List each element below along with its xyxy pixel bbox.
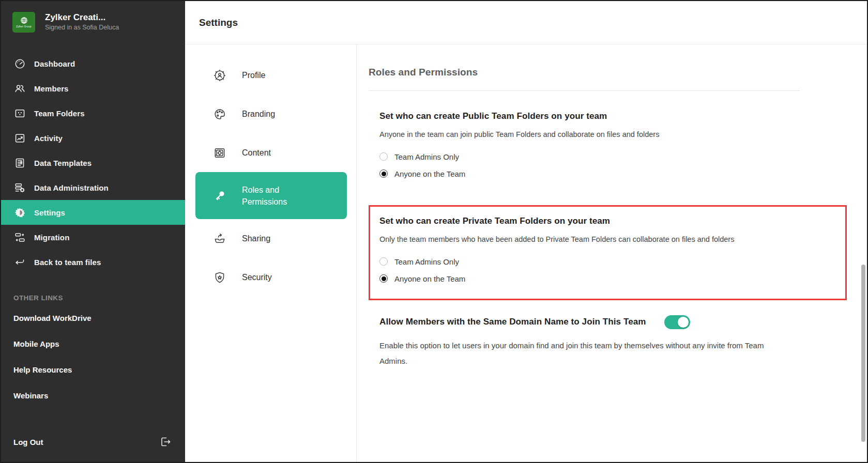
radio-label: Team Admins Only	[394, 257, 459, 266]
sidebar-item-data-templates[interactable]: Data Templates	[1, 150, 185, 175]
logout-icon	[159, 436, 172, 448]
tab-sharing[interactable]: Sharing	[185, 219, 356, 258]
radio-circle[interactable]	[379, 169, 388, 178]
domain-join-toggle[interactable]	[664, 315, 690, 329]
link-mobile-apps[interactable]: Mobile Apps	[1, 331, 185, 357]
vertical-scrollbar-thumb[interactable]	[861, 265, 865, 442]
data-templates-icon	[14, 157, 26, 169]
sidebar-item-migration[interactable]: Migration	[1, 225, 185, 250]
public-folders-title: Set who can create Public Team Folders o…	[379, 111, 607, 122]
private-folders-highlight-box: Set who can create Private Team Folders …	[369, 205, 847, 300]
logout-label: Log Out	[13, 438, 43, 446]
radio-anyone-on-team[interactable]: Anyone on the Team	[379, 274, 845, 283]
toggle-knob	[678, 317, 689, 328]
content-safe-icon	[213, 146, 226, 160]
tab-label: Security	[242, 273, 272, 282]
radio-team-admins-only[interactable]: Team Admins Only	[379, 257, 845, 266]
private-folders-section: Set who can create Private Team Folders …	[379, 215, 845, 283]
workdrive-admin-window: Zylker Group Zylker Creati... Signed in …	[1, 1, 867, 462]
tab-label: Roles and Permissions	[242, 184, 300, 208]
sidebar-item-back-to-team-files[interactable]: Back to team files	[1, 250, 185, 274]
link-download-workdrive[interactable]: Download WorkDrive	[1, 305, 185, 331]
globe-icon	[20, 17, 28, 24]
branding-palette-icon	[213, 107, 226, 121]
private-folders-title: Set who can create Private Team Folders …	[379, 215, 610, 227]
settings-icon	[14, 207, 26, 219]
radio-label: Team Admins Only	[394, 152, 459, 161]
profile-gear-icon	[213, 69, 226, 82]
private-folders-description: Only the team members who have been adde…	[379, 235, 845, 244]
team-header[interactable]: Zylker Group Zylker Creati... Signed in …	[1, 1, 185, 41]
team-logo: Zylker Group	[12, 12, 35, 33]
tab-security[interactable]: Security	[185, 258, 356, 297]
public-folders-options: Team Admins Only Anyone on the Team	[379, 152, 867, 178]
key-icon	[213, 189, 226, 203]
tab-profile[interactable]: Profile	[185, 56, 356, 95]
activity-icon	[14, 132, 26, 144]
tab-label: Sharing	[242, 234, 270, 243]
dashboard-icon	[14, 58, 26, 70]
other-links-header: OTHER LINKS	[13, 294, 185, 302]
public-folders-section: Set who can create Public Team Folders o…	[369, 111, 867, 178]
heading-divider	[369, 90, 800, 91]
sidebar-item-label: Dashboard	[34, 59, 75, 68]
members-icon	[14, 83, 26, 95]
radio-circle[interactable]	[379, 152, 388, 161]
radio-label: Anyone on the Team	[394, 169, 465, 178]
sidebar: Zylker Group Zylker Creati... Signed in …	[1, 1, 185, 462]
sidebar-item-label: Members	[34, 84, 69, 93]
tab-label: Content	[242, 148, 271, 158]
main-content: Roles and Permissions Set who can create…	[357, 44, 867, 462]
sidebar-item-label: Migration	[34, 233, 69, 242]
tab-roles-and-permissions[interactable]: Roles and Permissions	[195, 172, 347, 219]
domain-join-description: Enable this option to let users in your …	[379, 338, 793, 369]
tab-content[interactable]: Content	[185, 133, 356, 172]
page-title: Settings	[199, 17, 238, 28]
sidebar-item-label: Data Templates	[34, 159, 92, 167]
sharing-icon	[213, 232, 226, 245]
sidebar-item-settings[interactable]: Settings	[1, 200, 185, 225]
sidebar-item-label: Settings	[34, 208, 65, 217]
radio-anyone-on-team[interactable]: Anyone on the Team	[379, 169, 867, 178]
signed-in-as: Signed in as Sofia Deluca	[45, 23, 119, 32]
domain-join-title: Allow Members with the Same Domain Name …	[379, 316, 646, 328]
domain-join-section: Allow Members with the Same Domain Name …	[369, 315, 867, 369]
sidebar-item-label: Team Folders	[34, 109, 85, 118]
sidebar-item-label: Data Administration	[34, 183, 109, 192]
sidebar-item-team-folders[interactable]: Team Folders	[1, 101, 185, 126]
radio-team-admins-only[interactable]: Team Admins Only	[379, 152, 867, 161]
page-header: Settings	[185, 1, 867, 44]
settings-nav: Profile Branding	[185, 44, 357, 462]
back-arrow-icon	[14, 256, 26, 268]
team-logo-caption: Zylker Group	[16, 25, 32, 28]
public-folders-description: Anyone in the team can join public Team …	[379, 130, 867, 139]
radio-circle[interactable]	[379, 274, 388, 283]
tab-branding[interactable]: Branding	[185, 95, 356, 133]
tab-label: Branding	[242, 110, 275, 119]
team-meta: Zylker Creati... Signed in as Sofia Delu…	[45, 12, 119, 32]
link-help-resources[interactable]: Help Resources	[1, 357, 185, 382]
security-shield-icon	[213, 271, 226, 284]
sidebar-item-dashboard[interactable]: Dashboard	[1, 51, 185, 76]
data-administration-icon	[14, 182, 26, 194]
radio-circle[interactable]	[379, 257, 388, 266]
team-name: Zylker Creati...	[45, 12, 119, 23]
private-folders-options: Team Admins Only Anyone on the Team	[379, 257, 845, 283]
link-webinars[interactable]: Webinars	[1, 382, 185, 408]
sidebar-item-members[interactable]: Members	[1, 76, 185, 101]
sidebar-item-activity[interactable]: Activity	[1, 126, 185, 150]
tab-label: Profile	[242, 71, 265, 80]
sidebar-item-label: Activity	[34, 134, 63, 143]
team-folders-icon	[14, 107, 26, 119]
sidebar-item-data-administration[interactable]: Data Administration	[1, 175, 185, 200]
migration-icon	[14, 232, 26, 243]
section-heading: Roles and Permissions	[369, 67, 867, 78]
sidebar-nav: Dashboard Members	[1, 51, 185, 274]
radio-label: Anyone on the Team	[394, 274, 465, 283]
sidebar-item-label: Back to team files	[34, 258, 101, 267]
logout-button[interactable]: Log Out	[1, 429, 185, 455]
